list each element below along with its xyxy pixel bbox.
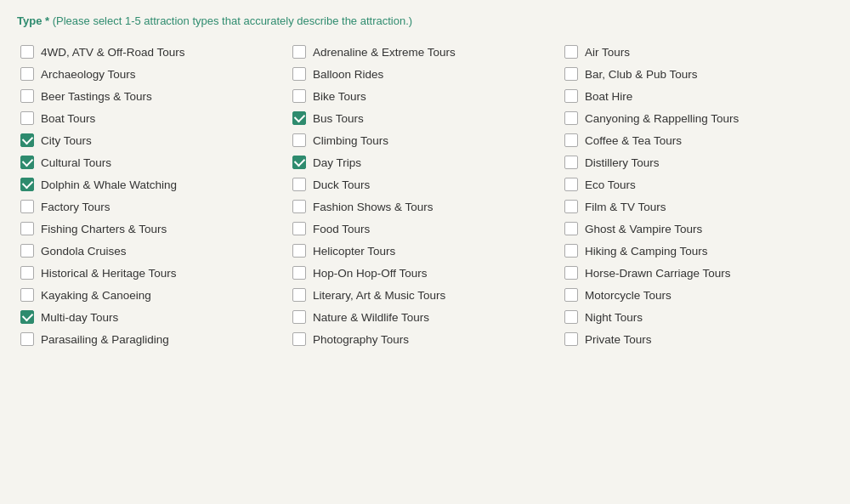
checkbox-label-motorcycle: Motorcycle Tours xyxy=(585,289,672,302)
checkbox-label-helicopter: Helicopter Tours xyxy=(313,245,395,258)
checkbox-parasailing[interactable] xyxy=(20,332,34,346)
checkbox-climbing[interactable] xyxy=(292,133,306,147)
checkbox-label-4wd: 4WD, ATV & Off-Road Tours xyxy=(41,46,185,59)
checkbox-item-4wd[interactable]: 4WD, ATV & Off-Road Tours xyxy=(17,41,289,63)
checkbox-multiday[interactable] xyxy=(20,310,34,324)
checkbox-bike[interactable] xyxy=(292,89,306,103)
checkbox-item-canyoning[interactable]: Canyoning & Rappelling Tours xyxy=(561,107,833,129)
checkbox-grid: 4WD, ATV & Off-Road ToursAdrenaline & Ex… xyxy=(17,41,833,350)
checkbox-4wd[interactable] xyxy=(20,45,34,59)
checkbox-item-bike[interactable]: Bike Tours xyxy=(289,85,561,107)
checkbox-item-literary[interactable]: Literary, Art & Music Tours xyxy=(289,284,561,306)
checkbox-label-horse: Horse-Drawn Carriage Tours xyxy=(585,267,731,280)
checkbox-distillery[interactable] xyxy=(564,156,578,169)
checkbox-coffee[interactable] xyxy=(564,133,578,147)
checkbox-item-hopon[interactable]: Hop-On Hop-Off Tours xyxy=(289,262,561,284)
checkbox-adrenaline[interactable] xyxy=(292,45,306,59)
checkbox-item-horse[interactable]: Horse-Drawn Carriage Tours xyxy=(561,262,833,284)
checkbox-night[interactable] xyxy=(564,310,578,324)
checkbox-photography[interactable] xyxy=(292,332,306,346)
checkbox-item-historical[interactable]: Historical & Heritage Tours xyxy=(17,262,289,284)
checkbox-item-nature[interactable]: Nature & Wildlife Tours xyxy=(289,306,561,328)
checkbox-cultural[interactable] xyxy=(20,156,34,169)
checkbox-kayaking[interactable] xyxy=(20,288,34,302)
checkbox-item-night[interactable]: Night Tours xyxy=(561,306,833,328)
checkbox-archaeology[interactable] xyxy=(20,67,34,81)
checkbox-item-cultural[interactable]: Cultural Tours xyxy=(17,151,289,173)
checkbox-item-city[interactable]: City Tours xyxy=(17,129,289,151)
checkbox-nature[interactable] xyxy=(292,310,306,324)
checkbox-item-ghost[interactable]: Ghost & Vampire Tours xyxy=(561,218,833,240)
checkbox-private[interactable] xyxy=(564,332,578,346)
checkbox-item-boat[interactable]: Boat Tours xyxy=(17,107,289,129)
checkbox-item-boat-hire[interactable]: Boat Hire xyxy=(561,85,833,107)
checkbox-item-bar[interactable]: Bar, Club & Pub Tours xyxy=(561,63,833,85)
checkbox-item-factory[interactable]: Factory Tours xyxy=(17,195,289,218)
checkbox-fishing[interactable] xyxy=(20,222,34,235)
checkbox-fashion[interactable] xyxy=(292,200,306,213)
checkbox-label-kayaking: Kayaking & Canoeing xyxy=(41,289,151,302)
checkbox-item-helicopter[interactable]: Helicopter Tours xyxy=(289,240,561,262)
checkbox-item-hiking[interactable]: Hiking & Camping Tours xyxy=(561,240,833,262)
checkbox-factory[interactable] xyxy=(20,200,34,213)
checkbox-item-climbing[interactable]: Climbing Tours xyxy=(289,129,561,151)
type-label-text: Type * xyxy=(17,14,49,27)
checkbox-literary[interactable] xyxy=(292,288,306,302)
checkbox-item-archaeology[interactable]: Archaeology Tours xyxy=(17,63,289,85)
checkbox-label-canyoning: Canyoning & Rappelling Tours xyxy=(585,112,739,125)
checkbox-beer[interactable] xyxy=(20,89,34,103)
checkbox-ghost[interactable] xyxy=(564,222,578,235)
checkbox-label-adrenaline: Adrenaline & Extreme Tours xyxy=(313,46,456,59)
checkbox-hopon[interactable] xyxy=(292,266,306,280)
checkbox-bus[interactable] xyxy=(292,111,306,125)
checkbox-film[interactable] xyxy=(564,200,578,213)
checkbox-item-food[interactable]: Food Tours xyxy=(289,218,561,240)
checkbox-item-distillery[interactable]: Distillery Tours xyxy=(561,151,833,173)
checkbox-canyoning[interactable] xyxy=(564,111,578,125)
checkbox-historical[interactable] xyxy=(20,266,34,280)
checkbox-label-beer: Beer Tastings & Tours xyxy=(41,90,152,103)
checkbox-item-parasailing[interactable]: Parasailing & Paragliding xyxy=(17,328,289,350)
checkbox-eco[interactable] xyxy=(564,178,578,191)
checkbox-item-fishing[interactable]: Fishing Charters & Tours xyxy=(17,218,289,240)
checkbox-item-air[interactable]: Air Tours xyxy=(561,41,833,63)
checkbox-daytrips[interactable] xyxy=(292,156,306,169)
checkbox-city[interactable] xyxy=(20,133,34,147)
checkbox-item-bus[interactable]: Bus Tours xyxy=(289,107,561,129)
checkbox-helicopter[interactable] xyxy=(292,244,306,258)
checkbox-label-gondola: Gondola Cruises xyxy=(41,245,127,258)
checkbox-item-daytrips[interactable]: Day Trips xyxy=(289,151,561,173)
checkbox-label-dolphin: Dolphin & Whale Watching xyxy=(41,178,177,191)
checkbox-item-beer[interactable]: Beer Tastings & Tours xyxy=(17,85,289,107)
checkbox-balloon[interactable] xyxy=(292,67,306,81)
checkbox-item-adrenaline[interactable]: Adrenaline & Extreme Tours xyxy=(289,41,561,63)
checkbox-item-kayaking[interactable]: Kayaking & Canoeing xyxy=(17,284,289,306)
checkbox-gondola[interactable] xyxy=(20,244,34,258)
checkbox-item-multiday[interactable]: Multi-day Tours xyxy=(17,306,289,328)
checkbox-bar[interactable] xyxy=(564,67,578,81)
checkbox-horse[interactable] xyxy=(564,266,578,280)
checkbox-item-coffee[interactable]: Coffee & Tea Tours xyxy=(561,129,833,151)
checkbox-item-dolphin[interactable]: Dolphin & Whale Watching xyxy=(17,173,289,195)
checkbox-label-night: Night Tours xyxy=(585,311,643,324)
checkbox-label-distillery: Distillery Tours xyxy=(585,156,660,169)
checkbox-item-balloon[interactable]: Balloon Rides xyxy=(289,63,561,85)
checkbox-air[interactable] xyxy=(564,45,578,59)
checkbox-dolphin[interactable] xyxy=(20,178,34,191)
checkbox-item-eco[interactable]: Eco Tours xyxy=(561,173,833,195)
checkbox-label-boat-hire: Boat Hire xyxy=(585,90,632,103)
checkbox-item-gondola[interactable]: Gondola Cruises xyxy=(17,240,289,262)
checkbox-item-private[interactable]: Private Tours xyxy=(561,328,833,350)
checkbox-boat[interactable] xyxy=(20,111,34,125)
checkbox-motorcycle[interactable] xyxy=(564,288,578,302)
checkbox-label-cultural: Cultural Tours xyxy=(41,156,111,169)
checkbox-duck[interactable] xyxy=(292,178,306,191)
checkbox-item-duck[interactable]: Duck Tours xyxy=(289,173,561,195)
checkbox-item-film[interactable]: Film & TV Tours xyxy=(561,195,833,218)
checkbox-item-motorcycle[interactable]: Motorcycle Tours xyxy=(561,284,833,306)
checkbox-item-photography[interactable]: Photography Tours xyxy=(289,328,561,350)
checkbox-boat-hire[interactable] xyxy=(564,89,578,103)
checkbox-item-fashion[interactable]: Fashion Shows & Tours xyxy=(289,195,561,218)
checkbox-food[interactable] xyxy=(292,222,306,235)
checkbox-hiking[interactable] xyxy=(564,244,578,258)
